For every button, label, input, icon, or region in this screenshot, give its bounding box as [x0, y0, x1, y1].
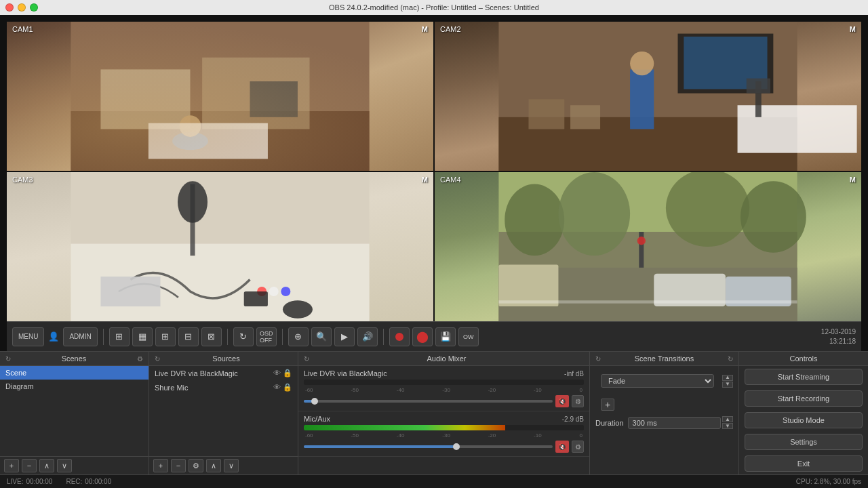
scene-item-scene[interactable]: Scene	[0, 366, 149, 380]
audio-volume-thumb-dvr	[311, 398, 318, 405]
transition-type-select[interactable]: Fade Cut Swipe Slide	[601, 374, 714, 388]
scene-down-btn[interactable]: ∨	[57, 459, 72, 472]
cam2-label: CAM2	[440, 25, 461, 33]
audio-track-mic: Mic/Aux -2.9 dB -60 -50 -40 -30 -20 -10 …	[298, 411, 589, 457]
cam4-label: CAM4	[440, 176, 461, 184]
start-streaming-button[interactable]: Start Streaming	[745, 369, 863, 385]
svg-point-22	[178, 181, 208, 223]
audio-volume-fill-mic	[304, 445, 458, 448]
menu-button[interactable]: MENU	[12, 327, 44, 346]
rec-status: REC: 00:00:00	[66, 478, 111, 485]
duration-up-btn[interactable]: ▲	[722, 416, 733, 422]
duration-down-btn[interactable]: ▼	[722, 423, 733, 429]
cam4-badge: M	[850, 176, 856, 184]
source-add-btn[interactable]: +	[153, 459, 168, 472]
duration-row: Duration ▲ ▼	[590, 413, 738, 432]
toolbar-separator-4	[383, 329, 384, 345]
svg-rect-0	[71, 22, 369, 171]
audio-track-dvr: Live DVR via BlackMagic -inf dB -60 -50 …	[298, 366, 589, 411]
scene-item-diagram[interactable]: Diagram	[0, 380, 149, 393]
scene-remove-btn[interactable]: −	[22, 459, 37, 472]
playback-btn[interactable]: ▶	[334, 327, 355, 346]
record-indicator[interactable]	[389, 327, 410, 346]
svg-rect-3	[202, 58, 309, 129]
cpu-status: CPU: 2.8%, 30.00 fps	[796, 478, 861, 485]
scene-up-btn[interactable]: ∧	[39, 459, 54, 472]
audio-controls-dvr: 🔇 ⚙	[304, 395, 584, 407]
settings-dvr-btn[interactable]: ⚙	[572, 395, 584, 407]
svg-point-25	[281, 287, 290, 296]
maximize-button[interactable]	[30, 3, 38, 12]
transition-stepper: ▲ ▼	[722, 375, 733, 388]
source-up-btn[interactable]: ∧	[206, 459, 221, 472]
layout-9grid-btn[interactable]: ⊠	[201, 327, 222, 346]
cam3-badge: M	[422, 176, 428, 184]
source-item-mic[interactable]: Shure Mic 👁 🔒	[149, 380, 298, 394]
transitions-settings-icon[interactable]: ↻	[728, 355, 733, 363]
svg-rect-16	[747, 79, 770, 94]
svg-point-34	[741, 181, 806, 253]
layout-4grid-btn[interactable]: ⊞	[155, 327, 176, 346]
layout-2col-btn[interactable]: ▦	[132, 327, 153, 346]
layout-6grid-btn[interactable]: ⊟	[178, 327, 199, 346]
overlay-btn[interactable]: OW	[458, 327, 479, 346]
refresh-btn[interactable]: ↻	[233, 327, 254, 346]
zoom-btn[interactable]: 🔍	[311, 327, 332, 346]
scenes-toolbar: + − ∧ ∨	[0, 456, 149, 474]
source-remove-btn[interactable]: −	[171, 459, 186, 472]
settings-button[interactable]: Settings	[745, 434, 863, 450]
settings-mic-btn[interactable]: ⚙	[572, 441, 584, 453]
scene-list: Scene Diagram	[0, 366, 149, 456]
sources-refresh-icon[interactable]: ↻	[155, 355, 160, 363]
admin-button[interactable]: ADMIN	[63, 327, 97, 346]
source-item-dvr[interactable]: Live DVR via BlackMagic 👁 🔒	[149, 366, 298, 380]
audio-btn[interactable]: 🔊	[357, 327, 378, 346]
exit-button[interactable]: Exit	[745, 455, 863, 472]
audio-volume-slider-mic[interactable]	[304, 445, 553, 448]
minimize-button[interactable]	[18, 3, 26, 12]
svg-point-13	[630, 52, 654, 75]
svg-point-33	[666, 172, 749, 247]
controls-panel: Controls Start Streaming Start Recording…	[739, 352, 868, 474]
layout-single-btn[interactable]: ⊞	[109, 327, 130, 346]
mute-mic-btn[interactable]: 🔇	[555, 441, 569, 453]
camera-1: CAM1 M	[7, 22, 433, 171]
scenes-settings-icon[interactable]: ⚙	[137, 355, 143, 363]
scene-add-btn[interactable]: +	[4, 459, 19, 472]
audio-track-mic-db: -2.9 dB	[562, 415, 584, 423]
svg-rect-1	[71, 111, 369, 171]
transition-up-btn[interactable]: ▲	[722, 375, 733, 381]
toolbar-separator-2	[227, 329, 228, 345]
source-settings-btn[interactable]: ⚙	[189, 459, 203, 472]
cpu-label: CPU: 2.8%, 30.00 fps	[796, 478, 861, 485]
storage-btn[interactable]: 💾	[435, 327, 456, 346]
mute-dvr-btn[interactable]: 🔇	[555, 395, 569, 407]
audio-track-mic-name: Mic/Aux	[304, 415, 330, 423]
toolbar-separator-3	[282, 329, 283, 345]
close-button[interactable]	[5, 3, 14, 12]
source-down-btn[interactable]: ∨	[224, 459, 239, 472]
window-controls	[5, 3, 38, 12]
stop-btn[interactable]: ⬤	[412, 327, 433, 346]
transition-add-btn[interactable]: +	[601, 399, 614, 411]
sources-header: ↻ Sources	[149, 352, 298, 366]
source-dvr-label: Live DVR via BlackMagic	[155, 369, 238, 378]
transitions-refresh-icon[interactable]: ↻	[595, 355, 601, 363]
transition-down-btn[interactable]: ▼	[722, 382, 733, 388]
audio-refresh-icon[interactable]: ↻	[304, 355, 309, 363]
rec-time: 00:00:00	[85, 478, 111, 485]
camera-4: CAM4 M	[435, 172, 861, 321]
duration-input[interactable]	[628, 417, 721, 429]
sources-title: Sources	[212, 354, 239, 363]
audio-track-mic-header: Mic/Aux -2.9 dB	[304, 415, 584, 423]
osd-btn[interactable]: OSDOFF	[256, 327, 277, 346]
audio-volume-slider-dvr[interactable]	[304, 400, 553, 403]
studio-mode-button[interactable]: Studio Mode	[745, 412, 863, 428]
scenes-refresh-icon[interactable]: ↻	[5, 355, 11, 363]
svg-rect-26	[100, 277, 160, 306]
audio-meter-mic	[304, 425, 584, 430]
ptz-btn[interactable]: ⊕	[288, 327, 309, 346]
time-display: 13:21:18	[821, 337, 856, 346]
svg-point-4	[172, 132, 208, 150]
start-recording-button[interactable]: Start Recording	[745, 390, 863, 407]
